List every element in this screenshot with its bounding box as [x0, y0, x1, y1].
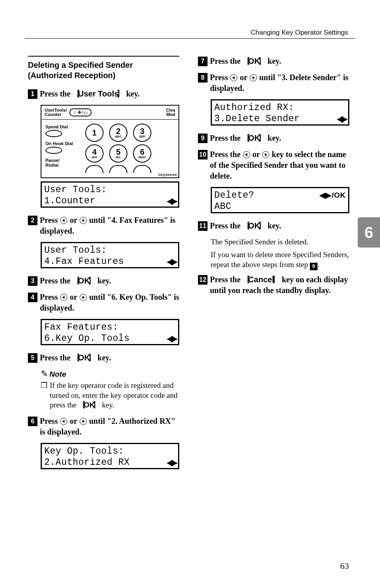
subsection-title: Deleting a Specified Sender (Authorized … [28, 56, 179, 81]
step-badge: 4 [28, 293, 37, 302]
text: Press the [210, 150, 243, 159]
on-hook-button [45, 147, 62, 154]
lcd-line: 6.Key Op. Tools [44, 333, 130, 344]
lcd-line: 3.Delete Sender [214, 113, 300, 125]
key-4: 4GHI [85, 144, 104, 163]
header-rule [25, 38, 355, 39]
lcd-line: Key Op. Tools: [44, 446, 124, 457]
key-2: 2ABC [109, 124, 127, 142]
left-arrow-icon [230, 74, 237, 81]
step-badge: 6 [28, 417, 37, 426]
keypad-illustration: UserTools/ Counter ○❖/▭ Clea Mod Speed D… [41, 105, 179, 178]
text: key. [266, 134, 281, 142]
text: key. [266, 221, 281, 230]
lcd-line: Delete? [214, 190, 254, 201]
text: key. [96, 276, 111, 285]
step-badge: 10 [198, 150, 208, 159]
step-text: Press the Cancel key on each display unt… [210, 274, 352, 296]
step-text: Press the User Tools key. [40, 88, 140, 99]
ok-key: OK [72, 276, 96, 285]
step-badge: 9 [198, 134, 208, 143]
step-text: Press the OK key. [210, 133, 281, 144]
step-12: 12 Press the Cancel key on each display … [198, 274, 352, 296]
step-11: 11 Press the OK key. [198, 220, 352, 231]
lcd-line: User Tools: [44, 184, 107, 196]
text: Press the [40, 353, 72, 362]
step-ref-badge: 9 [310, 263, 317, 270]
step-text: Press or until "2. Authorized RX" is dis… [40, 416, 182, 437]
usertools-pill: ○❖/▭ [69, 108, 92, 116]
note-body: ❒ If the key operator code is registered… [41, 381, 182, 410]
label-on-hook: On Hook Dial [45, 141, 80, 146]
step-3: 3 Press the OK key. [28, 275, 182, 286]
label-pause: Pause/ [45, 158, 80, 163]
step-badge: 12 [198, 275, 208, 285]
step-badge: 1 [28, 89, 37, 99]
user-tools-key: User Tools [72, 89, 124, 98]
label-speed-dial: Speed Dial [45, 124, 80, 129]
lcd-line: 1.Counter [44, 195, 96, 207]
step-badge: 5 [28, 353, 37, 363]
text: or [68, 417, 79, 425]
lcd-line: 2.Authorized RX [44, 457, 130, 468]
text: or [238, 73, 249, 82]
text: . [317, 260, 319, 269]
text: Press [40, 293, 60, 301]
page-header-section: Changing Key Operator Settings [251, 29, 348, 37]
key-9-partial [133, 165, 151, 173]
step-badge: 7 [198, 57, 208, 66]
step-text: Press the OK key. [40, 275, 111, 286]
lcd-arrows-icon: ◀▶ [167, 458, 176, 468]
right-arrow-icon [250, 74, 257, 81]
text: key. [96, 353, 111, 362]
step-4: 4 Press or until "6. Key Op. Tools" is d… [28, 292, 182, 313]
lcd-display-6: Delete?◀▶/OK ABC [211, 187, 349, 213]
text: or [68, 216, 79, 224]
text: Press the [40, 89, 72, 98]
repeat-text: If you want to delete more Specified Sen… [211, 250, 352, 270]
text: If you want to delete more Specified Sen… [211, 250, 349, 269]
note-text: key. [100, 401, 114, 409]
step-10: 10 Press the or key to select the name o… [198, 149, 352, 181]
key-6: 6MNO [133, 144, 151, 163]
note-bullet: ❒ [41, 381, 47, 410]
lcd-line: 4.Fax Features [44, 256, 124, 267]
lcd-display-2: User Tools: 4.Fax Features◀▶ [41, 242, 179, 268]
left-arrow-icon [60, 294, 67, 301]
step-5: 5 Press the OK key. [28, 352, 182, 363]
left-arrow-icon [60, 418, 67, 425]
lcd-line: User Tools: [44, 245, 107, 256]
text: or [251, 150, 262, 159]
page-number: 63 [340, 561, 349, 571]
step-text: Press the OK key. [210, 220, 281, 231]
lcd-arrows-icon: ◀▶ [337, 114, 346, 124]
key-7-partial [85, 165, 104, 173]
note-heading: Note [41, 369, 182, 379]
step-text: Press or until "3. Delete Sender" is dis… [210, 72, 352, 94]
step-8: 8 Press or until "3. Delete Sender" is d… [198, 72, 352, 94]
step-text: Press or until "4. Fax Features" is disp… [40, 215, 182, 236]
right-arrow-icon [80, 217, 87, 224]
text: Press [40, 417, 60, 425]
step-2: 2 Press or until "4. Fax Features" is di… [28, 215, 182, 236]
lcd-arrows-icon: ◀▶ [167, 196, 176, 206]
lcd-line: ABC [214, 201, 231, 212]
step-text: Press or until "6. Key Op. Tools" is dis… [40, 292, 182, 313]
cancel-key: Cancel [243, 275, 280, 284]
lcd-line: Authorized RX: [214, 102, 294, 114]
text: key. [124, 89, 140, 98]
keypad-label-counter: Counter [45, 112, 67, 117]
step-9: 9 Press the OK key. [198, 133, 352, 144]
text: or [68, 293, 79, 301]
key-3: 3DEF [133, 124, 151, 142]
lcd-arrows-icon: ◀▶ [167, 257, 176, 267]
illustration-tag: ZEQS06GN [41, 173, 178, 177]
text: Press the [210, 134, 243, 142]
label-redial: Redial [45, 163, 80, 167]
lcd-display-3: Fax Features: 6.Key Op. Tools◀▶ [41, 319, 179, 345]
ok-key: OK [72, 353, 96, 362]
left-arrow-icon [243, 151, 250, 158]
left-column: Deleting a Specified Sender (Authorized … [28, 56, 182, 476]
ok-key: OK [243, 57, 266, 65]
step-badge: 11 [198, 221, 208, 231]
